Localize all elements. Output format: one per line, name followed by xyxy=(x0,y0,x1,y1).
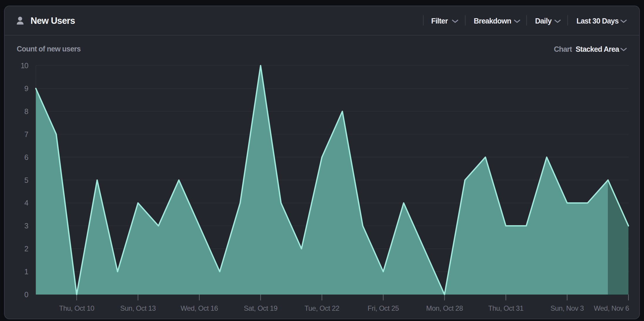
svg-text:Wed, Oct 16: Wed, Oct 16 xyxy=(181,304,218,312)
svg-text:Wed, Nov 6: Wed, Nov 6 xyxy=(594,304,629,312)
svg-text:8: 8 xyxy=(24,107,28,116)
svg-text:Thu, Oct 10: Thu, Oct 10 xyxy=(59,304,94,312)
svg-text:Sun, Nov 3: Sun, Nov 3 xyxy=(550,304,584,312)
svg-text:3: 3 xyxy=(24,222,28,230)
svg-text:5: 5 xyxy=(24,176,28,184)
svg-text:2: 2 xyxy=(24,245,28,253)
svg-text:Fri, Oct 25: Fri, Oct 25 xyxy=(367,304,399,312)
svg-text:7: 7 xyxy=(24,130,28,138)
svg-text:6: 6 xyxy=(24,153,28,161)
svg-text:0: 0 xyxy=(24,290,28,299)
svg-text:10: 10 xyxy=(21,61,28,70)
svg-text:Mon, Oct 28: Mon, Oct 28 xyxy=(426,304,463,312)
svg-text:9: 9 xyxy=(24,84,28,93)
svg-text:Sun, Oct 13: Sun, Oct 13 xyxy=(120,304,156,312)
svg-text:Tue, Oct 22: Tue, Oct 22 xyxy=(304,304,339,312)
svg-text:Thu, Oct 31: Thu, Oct 31 xyxy=(488,304,523,312)
svg-text:4: 4 xyxy=(24,199,28,207)
svg-text:1: 1 xyxy=(24,268,28,276)
svg-text:Sat, Oct 19: Sat, Oct 19 xyxy=(244,304,278,312)
